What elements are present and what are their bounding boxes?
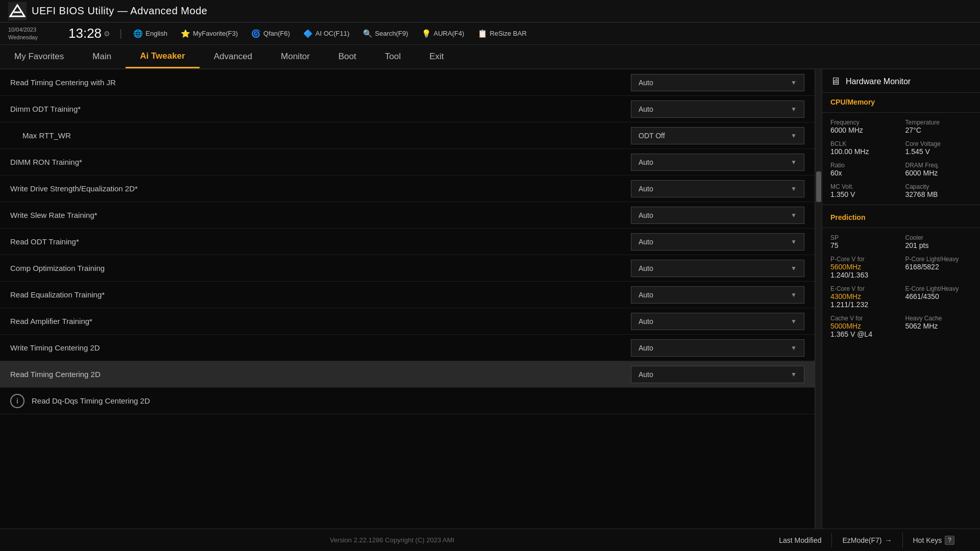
dropdown-comp-opt[interactable]: Auto ▼: [631, 260, 804, 277]
toolbar-qfan[interactable]: 🌀 Qfan(F6): [249, 28, 292, 39]
star-icon: ⭐: [181, 29, 190, 38]
row-control-read-eq[interactable]: Auto ▼: [631, 286, 804, 304]
row-read-odt[interactable]: Read ODT Training* Auto ▼: [0, 229, 815, 255]
hw-sp-value: 75: [830, 241, 897, 249]
row-label-read-eq: Read Equalization Training*: [10, 290, 631, 299]
toolbar-search[interactable]: 🔍 Search(F9): [361, 28, 410, 39]
scrollbar-thumb[interactable]: [816, 171, 821, 202]
nav-main[interactable]: Main: [78, 45, 126, 68]
hw-cpu-memory-title: CPU/Memory: [822, 93, 980, 109]
hw-ecore-lh-ratio: 4661/4350: [905, 292, 972, 300]
footer-last-modified[interactable]: Last Modified: [769, 533, 831, 547]
hw-cache-v-cell: Cache V for 5000MHz 1.365 V @L4: [826, 312, 901, 341]
dropdown-write-drive[interactable]: Auto ▼: [631, 180, 804, 197]
dropdown-max-rtt[interactable]: ODT Off ▼: [631, 127, 804, 144]
dropdown-read-odt[interactable]: Auto ▼: [631, 233, 804, 251]
chevron-down-icon: ▼: [791, 159, 797, 166]
hw-dram-freq-cell: DRAM Freq. 6000 MHz: [901, 159, 976, 180]
chevron-down-icon: ▼: [791, 344, 797, 352]
hw-ecore-lh-cell: E-Core Light/Heavy 4661/4350: [901, 282, 976, 312]
row-control-dimm-ron[interactable]: Auto ▼: [631, 154, 804, 171]
row-read-timing-jr[interactable]: Read Timing Centering with JR Auto ▼: [0, 69, 815, 96]
nav-tool-label: Tool: [385, 52, 401, 62]
row-label-read-timing-2d: Read Timing Centering 2D: [10, 370, 631, 379]
nav-advanced[interactable]: Advanced: [200, 45, 267, 68]
hw-bclk-label: BCLK: [830, 140, 897, 147]
hw-capacity-value: 32768 MB: [905, 190, 972, 198]
nav-my-favorites-label: My Favorites: [14, 52, 64, 62]
hw-pcore-v-label: P-Core V for: [830, 256, 897, 263]
row-control-write-slew[interactable]: Auto ▼: [631, 207, 804, 224]
row-dimm-ron[interactable]: DIMM RON Training* Auto ▼: [0, 149, 815, 176]
nav-main-label: Main: [92, 52, 111, 62]
datetime: 10/04/2023 Wednesday: [8, 26, 59, 41]
toolbar-myfavorite-label: MyFavorite(F3): [193, 30, 238, 37]
row-write-drive-strength[interactable]: Write Drive Strength/Equalization 2D* Au…: [0, 176, 815, 202]
hw-pcore-grid: P-Core V for 5600MHz 1.240/1.363 P-Core …: [822, 253, 980, 282]
row-control-max-rtt[interactable]: ODT Off ▼: [631, 127, 804, 144]
row-label-write-timing-2d: Write Timing Centering 2D: [10, 343, 631, 352]
hw-ecore-v-value: 1.211/1.232: [830, 300, 897, 309]
hw-mc-volt-value: 1.350 V: [830, 190, 897, 198]
row-control-read-amp[interactable]: Auto ▼: [631, 313, 804, 330]
dropdown-read-amp[interactable]: Auto ▼: [631, 313, 804, 330]
hw-frequency-label: Frequency: [830, 119, 897, 126]
hw-prediction-grid: SP 75 Cooler 201 pts: [822, 231, 980, 253]
nav-tool[interactable]: Tool: [371, 45, 415, 68]
hw-ratio-value: 60x: [830, 169, 897, 177]
dropdown-dimm-ron[interactable]: Auto ▼: [631, 154, 804, 171]
app-title: UEFI BIOS Utility — Advanced Mode: [32, 5, 207, 17]
hw-monitor-title: Hardware Monitor: [846, 77, 911, 86]
row-read-amplifier[interactable]: Read Amplifier Training* Auto ▼: [0, 308, 815, 335]
row-control-read-odt[interactable]: Auto ▼: [631, 233, 804, 251]
scrollbar[interactable]: [815, 69, 822, 529]
chevron-down-icon: ▼: [791, 318, 797, 325]
dropdown-dimm-odt[interactable]: Auto ▼: [631, 101, 804, 118]
resize-icon: 📋: [478, 29, 487, 38]
nav-ai-tweaker[interactable]: Ai Tweaker: [126, 45, 200, 68]
row-write-slew-rate[interactable]: Write Slew Rate Training* Auto ▼: [0, 202, 815, 229]
hw-divider-2: [822, 205, 980, 205]
row-write-timing-2d[interactable]: Write Timing Centering 2D Auto ▼: [0, 335, 815, 361]
nav-boot[interactable]: Boot: [324, 45, 371, 68]
row-label-write-drive: Write Drive Strength/Equalization 2D*: [10, 184, 631, 193]
toolbar-myfavorite[interactable]: ⭐ MyFavorite(F3): [179, 28, 240, 39]
chevron-down-icon: ▼: [791, 371, 797, 378]
row-dimm-odt-training[interactable]: Dimm ODT Training* Auto ▼: [0, 96, 815, 122]
row-control-write-drive[interactable]: Auto ▼: [631, 180, 804, 197]
toolbar-resizebar[interactable]: 📋 ReSize BAR: [476, 28, 529, 39]
row-control-dimm-odt[interactable]: Auto ▼: [631, 101, 804, 118]
row-control-read-timing-2d[interactable]: Auto ▼: [631, 366, 804, 383]
row-comp-optimization[interactable]: Comp Optimization Training Auto ▼: [0, 255, 815, 282]
toolbar-aioc[interactable]: 🔷 AI OC(F11): [301, 28, 351, 39]
row-control-read-timing-jr[interactable]: Auto ▼: [631, 74, 804, 91]
chevron-down-icon: ▼: [791, 132, 797, 139]
nav-monitor-label: Monitor: [281, 52, 310, 62]
row-max-rtt-wr[interactable]: Max RTT_WR ODT Off ▼: [0, 122, 815, 149]
row-control-comp-opt[interactable]: Auto ▼: [631, 260, 804, 277]
dropdown-write-timing-2d[interactable]: Auto ▼: [631, 339, 804, 357]
dropdown-read-timing-jr[interactable]: Auto ▼: [631, 74, 804, 91]
toolbar-aura[interactable]: 💡 AURA(F4): [420, 28, 467, 39]
dropdown-read-eq[interactable]: Auto ▼: [631, 286, 804, 304]
hw-core-voltage-value: 1.545 V: [905, 147, 972, 156]
row-label-read-timing-jr: Read Timing Centering with JR: [10, 78, 631, 87]
row-control-write-timing-2d[interactable]: Auto ▼: [631, 339, 804, 357]
dropdown-write-slew[interactable]: Auto ▼: [631, 207, 804, 224]
footer-ezmode[interactable]: EzMode(F7) →: [831, 533, 902, 547]
nav-my-favorites[interactable]: My Favorites: [0, 45, 78, 68]
footer-hot-keys[interactable]: Hot Keys ?: [902, 533, 965, 548]
dropdown-read-timing-2d[interactable]: Auto ▼: [631, 366, 804, 383]
nav-monitor[interactable]: Monitor: [266, 45, 324, 68]
nav-exit[interactable]: Exit: [415, 45, 458, 68]
row-read-dq-dqs[interactable]: i Read Dq-Dqs Timing Centering 2D: [0, 388, 815, 414]
row-read-timing-2d[interactable]: Read Timing Centering 2D Auto ▼: [0, 361, 815, 388]
row-read-equalization[interactable]: Read Equalization Training* Auto ▼: [0, 282, 815, 308]
hw-mc-volt-cell: MC Volt. 1.350 V: [826, 180, 901, 202]
toolbar-english[interactable]: 🌐 English: [131, 28, 169, 39]
clock-settings-icon[interactable]: ⚙: [104, 30, 110, 38]
monitor-icon: 🖥: [830, 76, 841, 87]
clock-display: 13:28 ⚙: [68, 26, 110, 41]
hw-sp-cell: SP 75: [826, 231, 901, 253]
hw-core-voltage-cell: Core Voltage 1.545 V: [901, 137, 976, 159]
